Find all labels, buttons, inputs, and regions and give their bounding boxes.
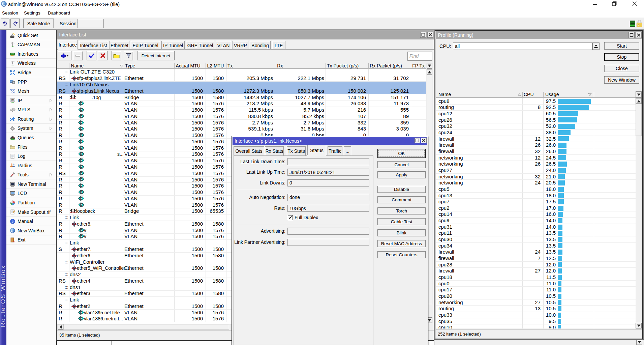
svg-text:?: ? xyxy=(12,219,14,223)
svg-text:255: 255 xyxy=(11,99,14,101)
